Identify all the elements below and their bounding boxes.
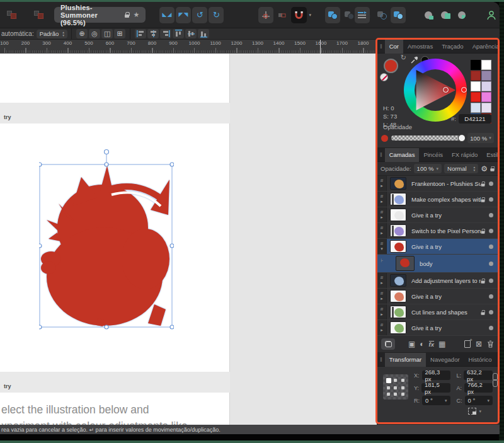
color-swatch[interactable] <box>471 81 481 91</box>
tab-aparencia[interactable]: Aparência <box>468 40 500 54</box>
account-button[interactable] <box>484 7 499 23</box>
opacity-slider-knob[interactable] <box>458 134 466 142</box>
tab-camadas[interactable]: Camadas <box>385 148 420 162</box>
opacity-slider[interactable] <box>391 135 464 141</box>
tab-tracado[interactable]: Traçado <box>437 40 468 54</box>
y-input[interactable]: 181,5 px <box>421 383 450 393</box>
layer-gutter[interactable]: #▸ <box>377 304 387 319</box>
new-group-button[interactable]: ⊠ <box>476 340 482 348</box>
visibility-dot[interactable] <box>489 279 493 283</box>
grid-toggle-button[interactable]: ⊞ <box>114 29 125 38</box>
layer-gutter[interactable]: ⊦▸ <box>377 255 387 272</box>
mask-layer-button[interactable]: ▣ <box>408 340 415 348</box>
layer-expand-icon[interactable]: ▸ <box>381 328 383 333</box>
panel-drag-handle[interactable]: ‖ <box>377 43 385 50</box>
height-input[interactable]: 766,2 px <box>464 383 493 393</box>
layer-row[interactable]: ⊦▸ body <box>377 255 498 273</box>
layer-gutter[interactable]: #▾ <box>377 239 387 254</box>
anchor-point-selector[interactable] <box>383 374 408 400</box>
delete-layer-button[interactable] <box>487 340 494 348</box>
layer-row[interactable]: #▾ Give it a try <box>377 239 498 255</box>
layer-gutter[interactable]: #▸ <box>377 192 387 207</box>
eyedropper-icon[interactable] <box>410 56 418 64</box>
layer-gutter[interactable]: #▸ <box>377 207 387 222</box>
color-swatch[interactable] <box>481 103 491 113</box>
snapping-toggle-button[interactable] <box>291 7 307 23</box>
lock-icon[interactable] <box>481 199 485 202</box>
flip-horizontal-button[interactable]: ◣◢ <box>159 7 175 23</box>
layer-expand-icon[interactable]: ▸ <box>381 312 383 317</box>
link-dimensions-icon[interactable] <box>493 373 497 387</box>
anchor-top-left[interactable] <box>386 378 391 383</box>
panel-drag-handle[interactable]: ‖ <box>377 357 385 363</box>
width-input[interactable]: 632,2 px <box>464 371 493 380</box>
fill-color-swatch[interactable] <box>384 59 398 73</box>
layer-row[interactable]: #▸ Cut lines and shapes <box>377 304 498 320</box>
opacity-value-select[interactable]: 100 %▾ <box>467 133 494 143</box>
visibility-dot[interactable] <box>489 326 493 330</box>
preset-select[interactable]: Padrão ▴▾ <box>37 30 67 38</box>
rotate-cw-button[interactable]: ↻ <box>209 7 224 23</box>
lock-icon[interactable] <box>481 183 485 186</box>
hue-marker[interactable] <box>461 87 467 93</box>
layer-effects-button[interactable]: fx <box>429 341 434 348</box>
layer-row[interactable]: #▸ Add adjustment layers to ma... <box>377 273 498 289</box>
layer-thumbnail[interactable] <box>390 306 406 318</box>
duplicate-layer-button[interactable] <box>381 338 395 350</box>
layer-row[interactable]: #▸ Make complex shapes with t... <box>377 192 498 207</box>
color-swatch[interactable] <box>471 92 481 102</box>
layer-row[interactable]: #▸ Switch to the Pixel Persona t... <box>377 223 498 239</box>
selection-cycle-button[interactable]: ▾ <box>468 408 481 415</box>
layer-thumbnail[interactable] <box>390 224 406 237</box>
layer-thumbnail[interactable] <box>390 209 406 221</box>
horizontal-ruler[interactable]: 1002003004005006007008009001000110012001… <box>0 40 377 54</box>
blend-mode-select[interactable]: Normal▴▾ <box>444 164 478 173</box>
gear-icon[interactable]: ⚙ <box>481 164 488 173</box>
layer-gutter[interactable]: #▸ <box>377 320 387 335</box>
lock-icon[interactable] <box>490 168 494 171</box>
snapping-candidates-button[interactable] <box>258 7 273 23</box>
color-swatch[interactable] <box>481 71 491 81</box>
layer-expand-icon[interactable]: ▸ <box>381 215 383 220</box>
boolean-add-button[interactable] <box>325 7 340 23</box>
layer-gutter[interactable]: #▸ <box>377 223 387 238</box>
tab-fx-rapido[interactable]: FX rápido <box>447 148 482 162</box>
color-swatch[interactable] <box>481 81 491 91</box>
boolean-divide-button[interactable] <box>391 7 406 23</box>
align-top-button[interactable] <box>173 29 184 38</box>
tab-estilos[interactable]: Estilos <box>482 148 500 162</box>
insert-behind-button[interactable] <box>31 7 46 23</box>
layer-thumbnail[interactable] <box>390 193 406 205</box>
layer-expand-icon[interactable]: ▾ <box>381 246 383 251</box>
visibility-dot[interactable] <box>489 229 493 233</box>
insert-inside-button[interactable] <box>4 7 19 23</box>
lock-icon[interactable] <box>481 312 485 314</box>
color-swatch[interactable] <box>481 92 491 102</box>
align-right-button[interactable] <box>160 29 171 38</box>
layer-thumbnail[interactable] <box>390 321 406 334</box>
visibility-dot[interactable] <box>489 213 493 217</box>
move-forward-button[interactable] <box>355 7 370 23</box>
lock-icon[interactable] <box>481 280 485 283</box>
layer-expand-icon[interactable]: ▸ <box>381 296 383 301</box>
tab-historico[interactable]: Histórico <box>464 353 496 367</box>
snap-to-center-button[interactable]: ⊕ <box>76 29 88 38</box>
layer-thumbnail[interactable] <box>390 274 406 287</box>
stroke-color-swatch[interactable] <box>380 73 388 81</box>
layer-gutter[interactable]: #▸ <box>377 289 387 304</box>
geometry-tool-1-button[interactable] <box>421 7 437 23</box>
geometry-tool-3-button[interactable] <box>454 7 469 23</box>
color-swatch[interactable] <box>471 71 481 81</box>
new-layer-button[interactable] <box>464 340 471 348</box>
hex-input[interactable]: D42121 <box>459 114 491 124</box>
layer-expand-icon[interactable]: ▸ <box>381 280 383 285</box>
rotate-ccw-button[interactable]: ↺ <box>192 7 207 23</box>
selected-shape-group[interactable] <box>39 147 174 333</box>
canvas-viewport[interactable]: try try elect the illustration below and… <box>0 54 377 425</box>
color-swatch[interactable] <box>471 60 481 70</box>
plushie-silhouette[interactable] <box>41 166 169 326</box>
preview-mode-button[interactable]: ◎ <box>89 29 100 38</box>
color-swatch[interactable] <box>471 103 481 113</box>
x-input[interactable]: 268,3 px <box>422 371 450 380</box>
visibility-dot[interactable] <box>489 197 493 202</box>
